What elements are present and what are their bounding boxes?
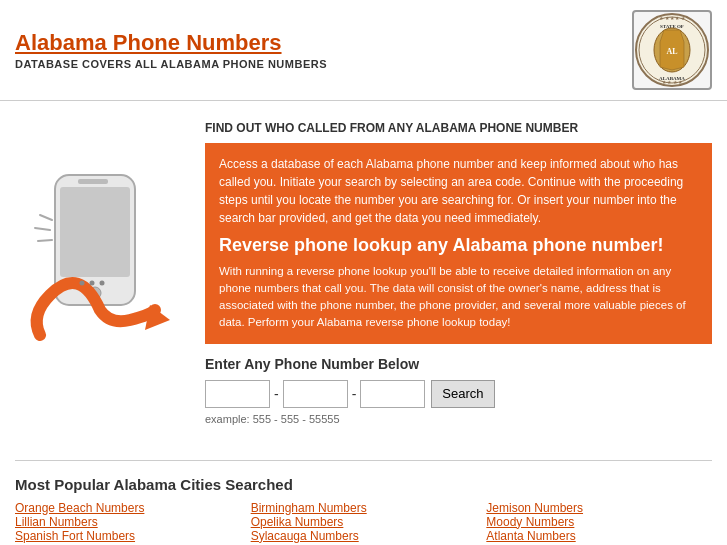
svg-rect-10 [60, 187, 130, 277]
city-link[interactable]: Atlanta Numbers [486, 529, 575, 543]
svg-text:★ ★ ★ ★ ★: ★ ★ ★ ★ ★ [659, 15, 686, 21]
list-item: Lillian Numbers [15, 515, 241, 529]
list-item: Spanish Fort Numbers [15, 529, 241, 543]
separator-1: - [270, 386, 283, 402]
city-link[interactable]: Jemison Numbers [486, 501, 583, 515]
city-link[interactable]: Opelika Numbers [251, 515, 344, 529]
page-header: Alabama Phone Numbers DATABASE COVERS AL… [0, 0, 727, 101]
phone-segment-2[interactable] [283, 380, 348, 408]
main-content: FIND OUT WHO CALLED FROM ANY ALABAMA PHO… [0, 101, 727, 450]
cities-col-3: Jemison Numbers Moody Numbers Atlanta Nu… [486, 501, 712, 545]
list-item: Birmingham Numbers [251, 501, 477, 515]
separator-2: - [348, 386, 361, 402]
cities-grid: Orange Beach Numbers Lillian Numbers Spa… [15, 501, 712, 545]
page-title-link[interactable]: Alabama Phone Numbers [15, 30, 282, 55]
phone-inputs: - - Search [205, 380, 712, 408]
page-subtitle: DATABASE COVERS ALL ALABAMA PHONE NUMBER… [15, 58, 327, 70]
page-title: Alabama Phone Numbers [15, 30, 327, 56]
header-left: Alabama Phone Numbers DATABASE COVERS AL… [15, 30, 327, 70]
orange-box: Access a database of each Alabama phone … [205, 143, 712, 344]
svg-point-17 [80, 281, 85, 286]
phone-segment-3[interactable] [360, 380, 425, 408]
reverse-title: Reverse phone lookup any Alabama phone n… [219, 235, 698, 257]
phone-segment-1[interactable] [205, 380, 270, 408]
city-link[interactable]: Sylacauga Numbers [251, 529, 359, 543]
enter-label: Enter Any Phone Number Below [205, 356, 712, 372]
svg-point-19 [100, 281, 105, 286]
city-link[interactable]: Birmingham Numbers [251, 501, 367, 515]
reverse-desc: With running a reverse phone lookup you'… [219, 263, 698, 332]
city-link[interactable]: Moody Numbers [486, 515, 574, 529]
popular-title: Most Popular Alabama Cities Searched [15, 476, 712, 493]
svg-point-18 [90, 281, 95, 286]
list-item: Moody Numbers [486, 515, 712, 529]
list-item: Atlanta Numbers [486, 529, 712, 543]
city-link[interactable]: Spanish Fort Numbers [15, 529, 135, 543]
svg-rect-11 [78, 179, 108, 184]
list-item: Sylacauga Numbers [251, 529, 477, 543]
city-link[interactable]: Lillian Numbers [15, 515, 98, 529]
alabama-seal: ★ ★ ★ ★ ★ ★ ★ ★ ★ STATE OF ALABAMA AL [632, 10, 712, 90]
svg-text:ALABAMA: ALABAMA [659, 76, 685, 81]
phone-graphic [20, 165, 180, 385]
svg-line-13 [40, 215, 52, 220]
svg-line-15 [38, 240, 52, 241]
list-item: Orange Beach Numbers [15, 501, 241, 515]
divider [15, 460, 712, 461]
popular-section: Most Popular Alabama Cities Searched Ora… [0, 471, 727, 545]
intro-text: Access a database of each Alabama phone … [219, 155, 698, 227]
cities-col-2: Birmingham Numbers Opelika Numbers Sylac… [251, 501, 477, 545]
find-out-title: FIND OUT WHO CALLED FROM ANY ALABAMA PHO… [205, 121, 712, 135]
list-item: Jemison Numbers [486, 501, 712, 515]
svg-line-14 [35, 228, 50, 230]
list-item: Opelika Numbers [251, 515, 477, 529]
content-area: FIND OUT WHO CALLED FROM ANY ALABAMA PHO… [200, 111, 727, 440]
example-text: example: 555 - 555 - 55555 [205, 413, 712, 425]
phone-illustration [20, 165, 180, 395]
cities-col-1: Orange Beach Numbers Lillian Numbers Spa… [15, 501, 241, 545]
search-area: Enter Any Phone Number Below - - Search … [205, 344, 712, 430]
header-right: ★ ★ ★ ★ ★ ★ ★ ★ ★ STATE OF ALABAMA AL [632, 10, 712, 90]
city-link[interactable]: Orange Beach Numbers [15, 501, 144, 515]
svg-text:AL: AL [666, 47, 677, 56]
search-button[interactable]: Search [431, 380, 494, 408]
seal-svg: ★ ★ ★ ★ ★ ★ ★ ★ ★ STATE OF ALABAMA AL [634, 12, 710, 88]
phone-graphic-area [0, 111, 200, 440]
